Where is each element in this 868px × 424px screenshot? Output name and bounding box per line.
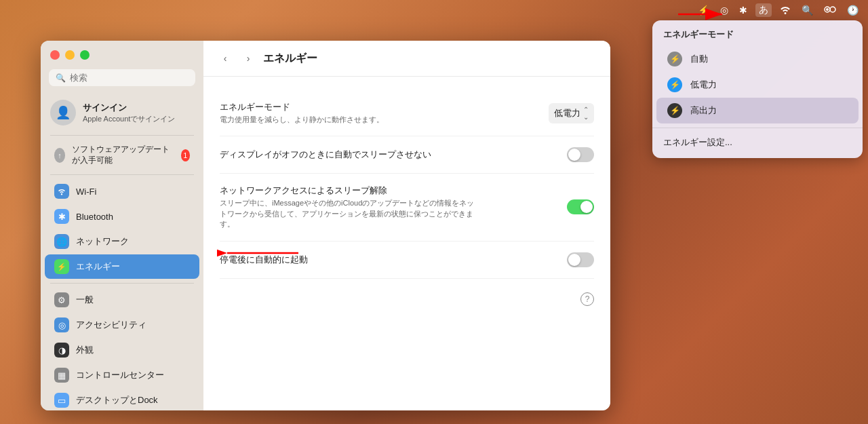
dropdown-item-auto[interactable]: ⚡ 自動 <box>656 46 859 72</box>
sidebar-section-network: Wi-Fi ✱ Bluetooth 🌐 ネットワーク ⚡ エネルギー <box>41 179 203 279</box>
energy-mode-value: 低電力 <box>554 107 580 119</box>
content-area: ‹ › エネルギー エネルギーモード 電力使用量を減らし、より静かに動作させます… <box>203 41 610 410</box>
network-wake-row: ネットワークアクセスによるスリープ解除 スリープ中に、iMessageやその他の… <box>220 174 594 241</box>
energy-icon: ⚡ <box>54 259 69 274</box>
sidebar-divider-2 <box>50 174 194 175</box>
dropdown-title: エネルギーモード <box>652 28 863 46</box>
svg-point-1 <box>826 8 829 11</box>
control-label: コントロールセンター <box>76 369 164 381</box>
energy-label: エネルギー <box>76 261 120 273</box>
close-button[interactable] <box>50 50 60 60</box>
sidebar-item-general[interactable]: ⚙ 一般 <box>45 288 199 312</box>
energy-mode-right: 低電力 ⌃⌄ <box>549 103 594 123</box>
energy-mode-row: エネルギーモード 電力使用量を減らし、より静かに動作させます。 低電力 ⌃⌄ <box>220 90 594 136</box>
sidebar-item-wifi[interactable]: Wi-Fi <box>45 179 199 204</box>
update-badge: 1 <box>181 149 190 161</box>
dropdown-divider <box>652 128 863 128</box>
network-icon: 🌐 <box>54 234 69 249</box>
help-button[interactable]: ? <box>580 292 594 306</box>
highpower-icon: ⚡ <box>667 103 682 118</box>
network-wake-toggle[interactable] <box>567 199 594 214</box>
wifi-icon <box>54 184 69 199</box>
general-icon: ⚙ <box>54 292 69 307</box>
page-title: エネルギー <box>263 52 317 66</box>
network-wake-right <box>567 199 594 214</box>
sidebar-item-energy[interactable]: ⚡ エネルギー <box>45 254 199 279</box>
nav-back-button[interactable]: ‹ <box>217 50 233 66</box>
sidebar-divider-1 <box>50 135 194 136</box>
avatar: 👤 <box>50 100 76 126</box>
general-label: 一般 <box>76 294 94 306</box>
network-label: ネットワーク <box>76 235 129 248</box>
search-menubar-icon[interactable]: 🔍 <box>799 3 816 17</box>
lowpower-label: 低電力 <box>690 79 717 91</box>
no-sleep-toggle[interactable] <box>567 147 594 162</box>
update-icon: ↑ <box>54 148 65 163</box>
user-info: サインイン Apple Accountでサインイン <box>83 102 175 124</box>
wifi-label: Wi-Fi <box>76 187 96 197</box>
chevron-icon: ⌃⌄ <box>583 106 589 121</box>
bluetooth-menubar-icon[interactable]: ✱ <box>736 3 750 17</box>
ime-menubar-icon[interactable]: あ <box>755 3 772 17</box>
energy-mode-selector[interactable]: 低電力 ⌃⌄ <box>549 103 594 123</box>
network-wake-sublabel: スリープ中に、iMessageやその他のiCloudのアップデートなどの情報をネ… <box>220 198 477 229</box>
dropdown-settings-link[interactable]: エネルギー設定... <box>652 132 863 153</box>
main-window: 🔍 👤 サインイン Apple Accountでサインイン ↑ ソフトウェアアッ… <box>41 41 610 410</box>
user-sub: Apple Accountでサインイン <box>83 114 175 124</box>
bluetooth-label: Bluetooth <box>76 212 113 222</box>
no-sleep-row: ディスプレイがオフのときに自動でスリープさせない <box>220 136 594 174</box>
appearance-label: 外観 <box>76 344 94 356</box>
minimize-button[interactable] <box>65 50 75 60</box>
control-center-menubar-icon[interactable] <box>821 3 839 18</box>
network-wake-left: ネットワークアクセスによるスリープ解除 スリープ中に、iMessageやその他の… <box>220 185 477 229</box>
sidebar-item-network[interactable]: 🌐 ネットワーク <box>45 229 199 254</box>
network-wake-label: ネットワークアクセスによるスリープ解除 <box>220 185 477 197</box>
accessibility-icon: ◎ <box>54 317 69 332</box>
auto-restart-toggle[interactable] <box>567 252 594 267</box>
energy-mode-left: エネルギーモード 電力使用量を減らし、より静かに動作させます。 <box>220 101 384 125</box>
search-bar[interactable]: 🔍 <box>49 69 195 86</box>
energy-mode-sublabel: 電力使用量を減らし、より静かに動作させます。 <box>220 115 384 125</box>
wifi-menubar-icon[interactable] <box>777 3 793 18</box>
desktop-icon: ▭ <box>54 393 69 408</box>
energy-mode-dropdown: エネルギーモード ⚡ 自動 ⚡ 低電力 ⚡ 高出力 エネルギー設定... <box>652 20 863 158</box>
sidebar-section-system: ⚙ 一般 ◎ アクセシビリティ ◑ 外観 ▦ コントロールセンター ▭ デスクト… <box>41 288 203 410</box>
sidebar-item-control[interactable]: ▦ コントロールセンター <box>45 363 199 387</box>
lowpower-icon: ⚡ <box>667 77 682 92</box>
highpower-label: 高出力 <box>690 104 717 117</box>
control-icon: ▦ <box>54 368 69 383</box>
sidebar-item-appearance[interactable]: ◑ 外観 <box>45 338 199 362</box>
no-sleep-right <box>567 147 594 162</box>
dropdown-item-lowpower[interactable]: ⚡ 低電力 <box>656 72 859 98</box>
energy-mode-label: エネルギーモード <box>220 101 384 113</box>
sidebar-item-accessibility[interactable]: ◎ アクセシビリティ <box>45 313 199 337</box>
svg-point-2 <box>830 7 835 12</box>
sidebar-item-desktop[interactable]: ▭ デスクトップとDock <box>45 388 199 410</box>
clock-menubar-icon: 🕐 <box>844 3 861 17</box>
bluetooth-icon: ✱ <box>54 209 69 224</box>
search-input[interactable] <box>70 73 189 83</box>
user-section[interactable]: 👤 サインイン Apple Accountでサインイン <box>41 94 203 131</box>
appearance-icon: ◑ <box>54 343 69 358</box>
sidebar: 🔍 👤 サインイン Apple Accountでサインイン ↑ ソフトウェアアッ… <box>41 41 203 410</box>
user-name: サインイン <box>83 102 175 114</box>
no-sleep-left: ディスプレイがオフのときに自動でスリープさせない <box>220 149 431 161</box>
auto-label: 自動 <box>690 53 708 65</box>
no-sleep-label: ディスプレイがオフのときに自動でスリープさせない <box>220 149 431 161</box>
update-label: ソフトウェアアップデートが入手可能 <box>72 144 174 166</box>
accessibility-label: アクセシビリティ <box>76 319 146 331</box>
sidebar-divider-3 <box>50 283 194 284</box>
auto-restart-right <box>567 252 594 267</box>
update-item[interactable]: ↑ ソフトウェアアップデートが入手可能 1 <box>45 140 199 170</box>
desktop-label: デスクトップとDock <box>76 394 158 406</box>
sidebar-item-bluetooth[interactable]: ✱ Bluetooth <box>45 204 199 229</box>
maximize-button[interactable] <box>80 50 90 60</box>
nav-forward-button[interactable]: › <box>240 50 256 66</box>
auto-icon: ⚡ <box>667 52 682 66</box>
dropdown-item-highpower[interactable]: ⚡ 高出力 <box>656 98 859 123</box>
arrow-sidebar <box>217 243 298 266</box>
search-icon: 🔍 <box>56 73 66 83</box>
content-header: ‹ › エネルギー <box>203 41 610 77</box>
traffic-lights <box>50 50 90 60</box>
